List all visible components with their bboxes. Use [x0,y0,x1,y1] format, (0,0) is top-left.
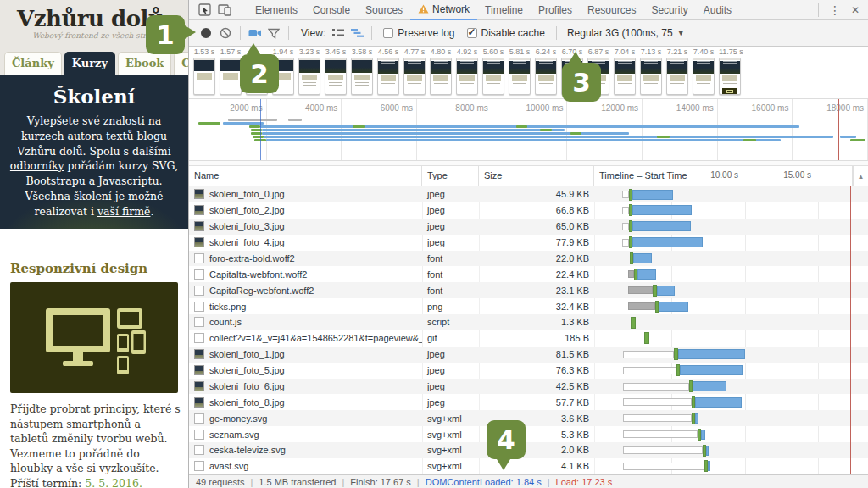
checkbox-unchecked[interactable] [383,28,393,38]
request-row[interactable]: seznam.svgsvg+xml5.3 KB [189,426,868,442]
filmstrip-frame[interactable] [325,58,347,95]
frame-hero [326,60,346,73]
clear-icon[interactable] [216,25,235,42]
filmstrip-camera-icon[interactable] [246,25,264,42]
overview-tick-label: 8000 ms [419,103,488,113]
filter-icon[interactable] [264,25,283,42]
site-tab-checklist[interactable]: Checklist [174,52,188,75]
tab-label: Console [313,0,350,20]
request-type: font [422,269,479,280]
file-icon [194,286,204,296]
filmstrip-column: 11.75 s [719,47,741,95]
device-toolbar-icon[interactable] [216,3,233,18]
filmstrip-frame[interactable] [430,58,452,95]
request-row[interactable]: foro-extra-bold.woff2font22.0 KB [189,251,868,267]
tab-timeline[interactable]: Timeline [477,0,531,20]
network-overview[interactable]: 2000 ms4000 ms6000 ms8000 ms10000 ms1200… [189,99,868,161]
preserve-log-checkbox[interactable]: Preserve log [383,27,454,39]
tab-elements[interactable]: Elements [248,0,305,20]
filmstrip-frame[interactable] [298,58,320,95]
waterfall-segment-wait [623,351,674,358]
request-row[interactable]: skoleni_foto_5.jpgjpeg76.3 KB [189,363,868,379]
request-row[interactable]: collect?v=1&_v=j41&a=1548652281&t=pagevi… [189,330,868,347]
request-row[interactable]: skoleni_foto_1.jpgjpeg81.5 KB [189,347,868,363]
column-header-size[interactable]: Size [479,166,594,186]
request-timeline-cell [594,394,853,410]
site-tab-kurzy[interactable]: Kurzy [64,52,115,75]
tab-network[interactable]: Network [410,0,477,20]
hero-link[interactable]: vaší firmě [97,205,150,218]
request-row[interactable]: count.jsscript1.3 KB [189,314,868,330]
tab-console[interactable]: Console [305,0,358,20]
request-row[interactable]: skoleni_foto_4.jpgjpeg77.9 KB [189,235,868,251]
filmstrip-column: 7.40 s [693,47,715,95]
request-row[interactable]: CapitaReg-webfont.woff2font23.1 KB [189,282,868,298]
request-timeline-cell [594,314,853,330]
filmstrip-frame[interactable] [377,58,399,95]
filmstrip-time: 4.77 s [403,47,426,57]
filmstrip-frame[interactable] [693,58,715,95]
tab-audits[interactable]: Audits [696,0,739,20]
date-link[interactable]: 5. 5. 2016. [85,477,142,488]
badge-arrow-down [497,459,510,470]
filmstrip-frame[interactable] [456,58,478,95]
filmstrip-frame[interactable] [193,58,215,95]
request-row[interactable]: avast.svgsvg+xml4.1 KB [189,458,868,474]
record-network-log-button[interactable] [201,28,211,38]
filmstrip-frame[interactable] [719,58,741,95]
tab-resources[interactable]: Resources [580,0,643,20]
view-list-icon[interactable] [329,25,348,42]
waterfall-segment-wait [623,430,698,438]
inspect-element-icon[interactable] [196,3,213,18]
divider [242,3,242,17]
throttling-dropdown[interactable]: Regular 3G (100ms, 75 ▼ [567,27,685,39]
close-devtools-icon[interactable]: ✕ [846,4,865,16]
request-name: ceska-televize.svg [209,445,286,455]
filmstrip-frame[interactable] [640,58,662,95]
request-row[interactable]: skoleni_foto_2.jpgjpeg66.8 KB [189,202,868,219]
view-waterfall-icon[interactable] [348,25,366,42]
site-tab-články[interactable]: Články [4,52,62,75]
request-row[interactable]: skoleni_foto_3.jpgjpeg65.0 KB [189,219,868,235]
overview-bar [223,122,264,125]
frame-hero [220,60,241,71]
site-tab-ebook[interactable]: Ebook [118,52,171,75]
filmstrip-column: 1.57 s [220,47,242,95]
tab-profiles[interactable]: Profiles [531,0,580,20]
filmstrip-frame[interactable] [351,58,373,95]
hero-link[interactable]: odborníky [10,159,64,172]
filmstrip-time: 5.60 s [482,47,504,57]
filmstrip-time: 3.45 s [325,47,347,57]
filmstrip-frame[interactable] [482,58,504,95]
devtools-panel: ElementsConsoleSourcesNetworkTimelinePro… [188,0,868,488]
filmstrip-frame[interactable] [509,58,531,95]
more-options-icon[interactable]: ⋮ [824,3,846,17]
column-header-timeline[interactable]: Timeline – Start Time 10.00 s 15.00 s [594,166,853,186]
request-type: jpeg [422,397,479,408]
waterfall-segment-green [629,204,632,216]
disable-cache-checkbox[interactable]: Disable cache [467,27,545,39]
filmstrip-frame[interactable] [535,58,557,95]
column-header-name[interactable]: Name [189,166,422,186]
request-row[interactable]: skoleni_foto_6.jpgjpeg42.5 KB [189,379,868,395]
request-row[interactable]: skoleni_foto_8.jpgjpeg57.7 KB [189,394,868,410]
filmstrip-frame[interactable] [220,58,242,95]
column-header-type[interactable]: Type [422,166,479,186]
sort-ascending-icon[interactable]: ▲ [858,173,865,180]
request-row[interactable]: ge-money.svgsvg+xml3.6 KB [189,410,868,426]
tab-security[interactable]: Security [643,0,695,20]
filmstrip-frame[interactable] [403,58,426,95]
filmstrip-time: 7.21 s [666,47,688,57]
request-row[interactable]: CapitaIta-webfont.woff2font22.4 KB [189,266,868,282]
waterfall-segment-blue [706,446,709,456]
frame-hero [509,61,530,74]
filmstrip-frame[interactable] [614,58,636,95]
tab-sources[interactable]: Sources [358,0,410,20]
request-row[interactable]: ceska-televize.svgsvg+xml2.0 KB [189,442,868,458]
checkbox-checked[interactable] [467,28,477,38]
request-row[interactable]: skoleni_foto_0.jpgjpeg45.9 KB [189,186,868,202]
filmstrip-frame[interactable] [666,58,688,95]
waterfall-segment-green [698,429,701,441]
request-name: skoleni_foto_1.jpg [209,349,285,359]
request-row[interactable]: ticks.pngpng32.4 KB [189,298,868,314]
